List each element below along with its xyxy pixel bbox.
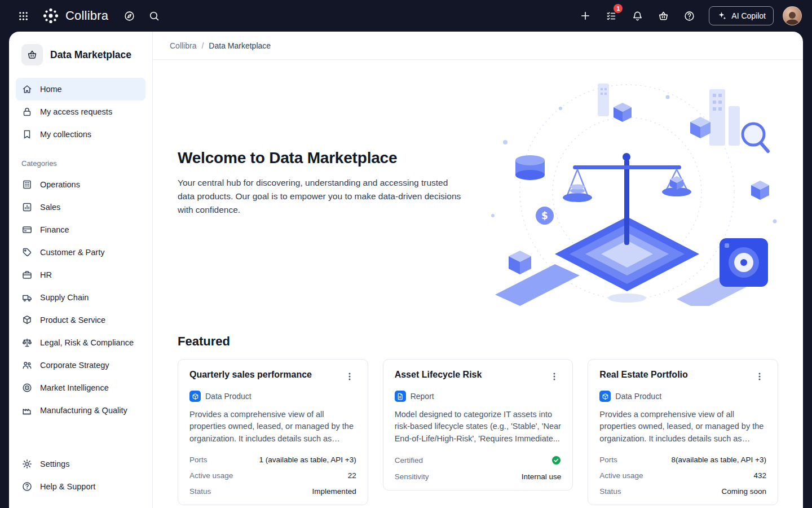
create-button[interactable] (575, 6, 596, 26)
credit-card-icon (21, 224, 33, 235)
breadcrumb: Collibra / Data Marketplace (153, 32, 803, 60)
sidebar-item-label: Settings (40, 459, 69, 468)
featured-card-asset-lifecycle-risk[interactable]: Asset Lifecycle Risk Report Model design… (383, 359, 573, 491)
explore-button[interactable] (118, 6, 140, 26)
top-app-bar: Collibra 1 AI Copilot (0, 0, 812, 32)
stat-row: Certified (395, 452, 562, 468)
page-content: Welcome to Data Marketplace Your central… (153, 60, 803, 508)
sidebar-item-label: Operations (40, 180, 80, 189)
asset-type-badge: Report (395, 391, 562, 402)
sidebar-item-label: My collections (40, 130, 91, 139)
sidebar-item-customer-party[interactable]: Customer & Party (16, 241, 145, 264)
card-menu-button[interactable] (753, 370, 766, 383)
stat-label: Sensitivity (395, 472, 429, 481)
compass-icon (123, 10, 135, 22)
bar-chart-icon (21, 202, 33, 213)
asset-type-badge: Data Product (189, 391, 356, 402)
sidebar-item-operations[interactable]: Operations (16, 173, 145, 196)
breadcrumb-root-link[interactable]: Collibra (170, 41, 196, 50)
sidebar-item-sales[interactable]: Sales (16, 196, 145, 218)
lock-icon (21, 106, 33, 117)
breadcrumb-separator: / (201, 41, 204, 50)
notification-badge: 1 (614, 4, 623, 13)
stat-label: Active usage (599, 471, 643, 480)
sidebar-item-help-support[interactable]: Help & Support (16, 475, 145, 498)
hero-text: Welcome to Data Marketplace Your central… (178, 60, 482, 217)
main-area: Collibra / Data Marketplace Welcome to D… (153, 32, 803, 508)
collibra-logo[interactable]: Collibra (42, 7, 108, 25)
featured-section: Featured Quarterly sales performance (178, 334, 778, 505)
scales-icon (21, 337, 33, 348)
sidebar-item-my-collections[interactable]: My collections (16, 123, 145, 146)
card-title: Asset Lifecycle Risk (395, 370, 482, 380)
sidebar-item-my-access-requests[interactable]: My access requests (16, 100, 145, 123)
help-circle-icon (21, 481, 33, 492)
breadcrumb-current: Data Marketplace (209, 41, 271, 50)
stat-value: 22 (348, 471, 356, 480)
marketplace-button[interactable] (652, 6, 674, 26)
featured-card-real-estate-portfolio[interactable]: Real Estate Portfolio Data Product Provi… (588, 359, 778, 505)
featured-heading: Featured (178, 334, 778, 349)
asset-type-label: Data Product (615, 392, 661, 401)
basket-icon (657, 10, 669, 22)
sidebar-item-label: Help & Support (40, 482, 95, 491)
stat-row: Status Coming soon (599, 483, 766, 499)
home-icon (21, 84, 33, 95)
sidebar-item-label: My access requests (40, 107, 112, 116)
sidebar-item-finance[interactable]: Finance (16, 218, 145, 241)
bookmark-icon (21, 129, 33, 140)
stat-label: Status (189, 487, 211, 496)
sidebar-item-label: Product & Service (40, 316, 105, 325)
sidebar-item-label: Legal, Risk & Compliance (40, 338, 134, 347)
featured-cards: Quarterly sales performance Data Product (178, 359, 778, 505)
certified-check-icon (551, 456, 561, 465)
ai-copilot-button[interactable]: AI Copilot (709, 6, 774, 25)
asset-type-label: Report (411, 392, 434, 401)
sidebar-item-label: Finance (40, 225, 69, 234)
page-title: Welcome to Data Marketplace (178, 149, 482, 167)
help-circle-icon (683, 10, 695, 22)
hero-description: Your central hub for discovering, unders… (178, 176, 466, 217)
asset-type-label: Data Product (205, 392, 251, 401)
sidebar-footer: Settings Help & Support (9, 453, 152, 498)
truck-icon (21, 292, 33, 303)
sidebar-item-corporate-strategy[interactable]: Corporate Strategy (16, 354, 145, 376)
stat-value: 1 (available as table, API +3) (259, 456, 356, 464)
stat-label: Ports (189, 456, 208, 464)
sidebar-item-legal-risk-compliance[interactable]: Legal, Risk & Compliance (16, 331, 145, 354)
users-icon (21, 360, 33, 371)
hero-section: Welcome to Data Marketplace Your central… (178, 60, 778, 334)
help-button[interactable] (678, 6, 700, 26)
featured-card-quarterly-sales-performance[interactable]: Quarterly sales performance Data Product (178, 359, 368, 505)
sidebar-item-market-intelligence[interactable]: Market Intelligence (16, 376, 145, 399)
sidebar-item-hr[interactable]: HR (16, 264, 145, 286)
notifications-button[interactable] (626, 6, 648, 26)
stat-row: Active usage 22 (189, 467, 356, 483)
card-description: Model designed to categorize IT assets i… (395, 409, 562, 445)
card-title: Quarterly sales performance (189, 370, 312, 380)
sidebar-item-supply-chain[interactable]: Supply Chain (16, 286, 145, 309)
gear-icon (21, 458, 33, 470)
sidebar-item-label: Corporate Strategy (40, 361, 109, 370)
stat-row: Active usage 432 (599, 467, 766, 483)
user-avatar[interactable] (783, 6, 802, 25)
tasks-button[interactable]: 1 (601, 6, 622, 26)
topbar-actions: 1 AI Copilot (575, 6, 802, 26)
app-switcher-button[interactable] (12, 6, 34, 26)
sidebar-item-manufacturing-quality[interactable]: Manufacturing & Quality (16, 399, 145, 422)
stat-value (551, 456, 561, 465)
apps-grid-icon (18, 11, 29, 21)
card-menu-button[interactable] (548, 370, 561, 383)
categories-section-label: Categories (9, 146, 152, 173)
basket-icon (27, 49, 38, 60)
card-menu-button[interactable] (343, 370, 356, 383)
sidebar-item-home[interactable]: Home (16, 78, 145, 100)
data-product-icon (189, 391, 201, 402)
sidebar-item-settings[interactable]: Settings (16, 453, 145, 475)
sidebar-item-label: Market Intelligence (40, 383, 109, 392)
stat-row: Status Implemented (189, 483, 356, 499)
sidebar-item-product-service[interactable]: Product & Service (16, 309, 145, 331)
avatar-person-icon (784, 10, 801, 25)
search-button[interactable] (143, 6, 165, 26)
asset-type-badge: Data Product (599, 391, 766, 402)
